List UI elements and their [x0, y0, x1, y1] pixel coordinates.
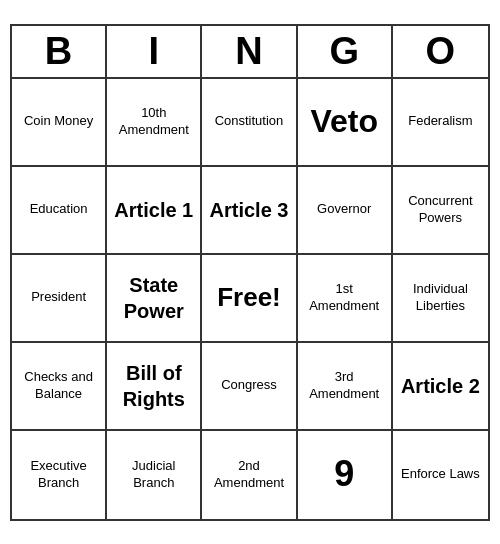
- cell-text: 9: [334, 451, 354, 498]
- bingo-cell: President: [12, 255, 107, 343]
- header-letter: G: [298, 26, 393, 77]
- header-letter: B: [12, 26, 107, 77]
- cell-text: Coin Money: [24, 113, 93, 130]
- bingo-cell: 2nd Amendment: [202, 431, 297, 519]
- bingo-cell: Free!: [202, 255, 297, 343]
- bingo-cell: Executive Branch: [12, 431, 107, 519]
- bingo-grid: Coin Money10th AmendmentConstitutionVeto…: [12, 79, 488, 519]
- bingo-cell: Constitution: [202, 79, 297, 167]
- header-letter: I: [107, 26, 202, 77]
- cell-text: Free!: [217, 281, 281, 315]
- bingo-cell: Checks and Balance: [12, 343, 107, 431]
- bingo-cell: Education: [12, 167, 107, 255]
- bingo-cell: Coin Money: [12, 79, 107, 167]
- header-letter: N: [202, 26, 297, 77]
- cell-text: Executive Branch: [16, 458, 101, 492]
- bingo-cell: 9: [298, 431, 393, 519]
- bingo-cell: 10th Amendment: [107, 79, 202, 167]
- cell-text: 2nd Amendment: [206, 458, 291, 492]
- cell-text: 1st Amendment: [302, 281, 387, 315]
- bingo-cell: Bill of Rights: [107, 343, 202, 431]
- cell-text: Federalism: [408, 113, 472, 130]
- bingo-cell: 1st Amendment: [298, 255, 393, 343]
- cell-text: 10th Amendment: [111, 105, 196, 139]
- bingo-cell: Enforce Laws: [393, 431, 488, 519]
- cell-text: Article 3: [210, 197, 289, 223]
- bingo-cell: Article 1: [107, 167, 202, 255]
- cell-text: Governor: [317, 201, 371, 218]
- bingo-cell: Concurrent Powers: [393, 167, 488, 255]
- cell-text: President: [31, 289, 86, 306]
- bingo-cell: Congress: [202, 343, 297, 431]
- cell-text: Enforce Laws: [401, 466, 480, 483]
- bingo-header: BINGO: [12, 26, 488, 79]
- bingo-cell: Governor: [298, 167, 393, 255]
- bingo-cell: 3rd Amendment: [298, 343, 393, 431]
- cell-text: 3rd Amendment: [302, 369, 387, 403]
- cell-text: Article 1: [114, 197, 193, 223]
- cell-text: Individual Liberties: [397, 281, 484, 315]
- header-letter: O: [393, 26, 488, 77]
- bingo-cell: Individual Liberties: [393, 255, 488, 343]
- cell-text: Congress: [221, 377, 277, 394]
- bingo-cell: Veto: [298, 79, 393, 167]
- cell-text: Article 2: [401, 373, 480, 399]
- cell-text: Bill of Rights: [111, 360, 196, 412]
- cell-text: Checks and Balance: [16, 369, 101, 403]
- cell-text: Education: [30, 201, 88, 218]
- cell-text: Concurrent Powers: [397, 193, 484, 227]
- bingo-cell: Judicial Branch: [107, 431, 202, 519]
- cell-text: Judicial Branch: [111, 458, 196, 492]
- bingo-cell: Article 2: [393, 343, 488, 431]
- cell-text: Veto: [310, 101, 378, 143]
- bingo-cell: State Power: [107, 255, 202, 343]
- cell-text: State Power: [111, 272, 196, 324]
- cell-text: Constitution: [215, 113, 284, 130]
- bingo-cell: Federalism: [393, 79, 488, 167]
- bingo-card: BINGO Coin Money10th AmendmentConstituti…: [10, 24, 490, 521]
- bingo-cell: Article 3: [202, 167, 297, 255]
